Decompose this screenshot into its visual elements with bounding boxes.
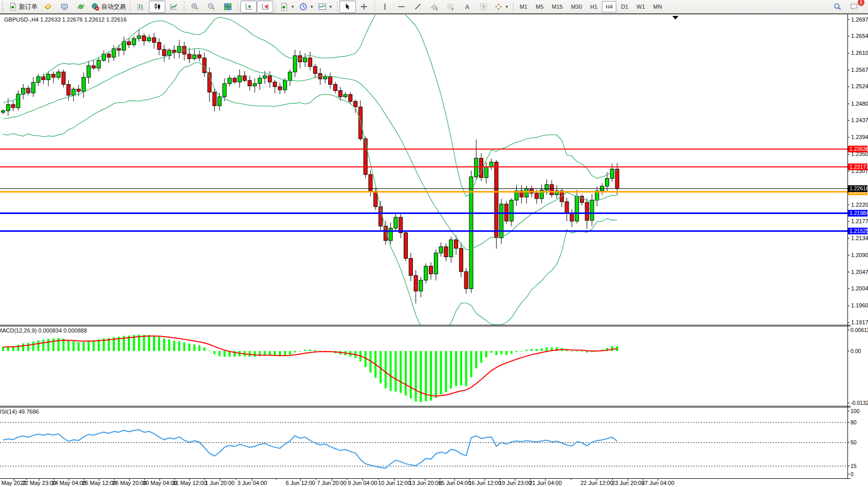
time-axis-label: 1 Jun 20:00: [205, 480, 235, 486]
timeframe-w1-button[interactable]: W1: [633, 1, 649, 12]
toolbar-separator: [130, 2, 130, 12]
macd-axis: 0.0061140.00-0.01324MACD(12,26,9) 0.0008…: [0, 327, 868, 406]
timeframe-m1-button[interactable]: M1: [516, 1, 531, 12]
cursor-tool-button[interactable]: [339, 1, 356, 13]
svg-text:1.20040: 1.20040: [851, 285, 868, 291]
zoom-in-button[interactable]: [186, 1, 203, 13]
bar-chart-icon: [137, 3, 145, 11]
svg-text:1.24800: 1.24800: [851, 101, 868, 107]
indicators-button[interactable]: ▼: [316, 1, 335, 13]
navigator-button[interactable]: [72, 1, 89, 13]
svg-text:1.21525: 1.21525: [850, 228, 868, 234]
text-icon: A: [463, 3, 471, 11]
fibonacci-icon: F: [446, 3, 455, 11]
new-chart-button[interactable]: ▼: [278, 1, 297, 13]
text-label-tool-button[interactable]: T: [476, 1, 492, 13]
toolbar-grip[interactable]: [2, 2, 5, 11]
crosshair-tool-button[interactable]: [356, 1, 372, 13]
market-watch-button[interactable]: [40, 1, 56, 13]
timeframe-d1-button[interactable]: D1: [617, 1, 632, 12]
line-chart-button[interactable]: [165, 1, 182, 13]
navigator-icon: [77, 3, 85, 11]
chat-button[interactable]: 1: [845, 1, 862, 13]
toolbar-separator: [337, 2, 337, 12]
equidistant-channel-icon: E: [430, 3, 439, 11]
price-chart-canvas[interactable]: 1.269701.265401.261001.256701.252401.248…: [0, 0, 868, 487]
timeframe-m15-button[interactable]: M15: [548, 1, 566, 12]
time-axis-label: 26 May 20:00: [112, 480, 147, 486]
cursor-icon: [343, 3, 352, 11]
time-axis-label: 24 May 04:00: [52, 480, 86, 486]
chevron-down-icon: ▼: [291, 5, 295, 9]
pane-frames: [0, 14, 851, 479]
toolbar-separator: [275, 2, 276, 12]
vertical-line-tool-button[interactable]: [377, 1, 393, 13]
time-axis-label: 16 Jun 12:00: [468, 480, 501, 486]
candlestick-chart-button[interactable]: [149, 1, 165, 13]
symbol-period-label: GBPUSD-,H4 1.22633 1.22676 1.22612 1.226…: [4, 16, 127, 23]
time-axis-label: 22 May 23:00: [22, 480, 56, 486]
fibonacci-tool-button[interactable]: F: [443, 1, 459, 13]
time-axis-label: 3 Jun 04:00: [237, 480, 267, 486]
main-toolbar: 新订单 自动交易 ▼ ▼: [0, 0, 868, 14]
timeframe-label: H1: [590, 4, 597, 10]
clock-icon: [299, 3, 308, 11]
zoom-in-icon: [191, 3, 199, 11]
time-axis-label: 15 Jun 04:00: [438, 480, 471, 486]
period-clock-button[interactable]: ▼: [297, 1, 316, 13]
timeframe-h1-button[interactable]: H1: [587, 1, 601, 12]
timeframe-label: M30: [571, 4, 582, 10]
time-axis-label: 22 Jun 12:00: [580, 480, 613, 486]
price-axis: 1.269701.265401.261001.256701.252401.248…: [847, 16, 868, 325]
timeframe-mn-button[interactable]: MN: [650, 1, 666, 12]
market-watch-icon: [44, 3, 52, 11]
time-axis-label: 21 Jun 04:00: [529, 480, 562, 486]
chart-shift-button[interactable]: [257, 1, 273, 13]
chevron-down-icon: ▼: [329, 5, 333, 9]
time-axis-label: 10 Jun 12:00: [378, 480, 411, 486]
auto-trading-button[interactable]: 自动交易: [89, 1, 128, 13]
svg-text:1.24370: 1.24370: [851, 117, 868, 123]
svg-text:15: 15: [851, 463, 857, 469]
macd-histogram: [2, 335, 618, 402]
svg-text:0.006114: 0.006114: [851, 327, 868, 333]
bar-chart-button[interactable]: [133, 1, 149, 13]
arrows-tool-button[interactable]: ▼: [492, 1, 511, 13]
new-order-button[interactable]: 新订单: [7, 1, 40, 13]
zoom-out-button[interactable]: [203, 1, 219, 13]
svg-text:T: T: [482, 5, 485, 10]
line-chart-icon: [169, 3, 178, 11]
equidistant-channel-tool-button[interactable]: E: [426, 1, 443, 13]
auto-scroll-button[interactable]: [240, 1, 257, 13]
svg-text:0: 0: [851, 471, 854, 477]
horizontal-line-tool-button[interactable]: [393, 1, 410, 13]
svg-text:1.21984: 1.21984: [850, 210, 868, 216]
search-icon: [833, 3, 842, 11]
new-order-icon: [9, 3, 17, 11]
toolbar-separator: [238, 2, 238, 12]
macd-signal-line: [3, 336, 617, 396]
svg-text:1.26540: 1.26540: [851, 33, 868, 39]
timeframe-m30-button[interactable]: M30: [568, 1, 586, 12]
text-tool-button[interactable]: A: [459, 1, 476, 13]
tile-windows-icon: [223, 3, 232, 11]
auto-scroll-icon: [244, 3, 253, 11]
timeframe-m5-button[interactable]: M5: [532, 1, 547, 12]
chart-shift-icon: [261, 3, 270, 11]
svg-text:1.20470: 1.20470: [851, 269, 868, 275]
search-button[interactable]: [829, 1, 845, 13]
trendline-tool-button[interactable]: [410, 1, 426, 13]
svg-text:100: 100: [851, 408, 860, 414]
tile-windows-button[interactable]: [219, 1, 236, 13]
indicators-icon: [318, 3, 327, 11]
horizontal-level-lines: [0, 16, 847, 231]
time-axis: May 202222 May 23:0024 May 04:0025 May 1…: [2, 478, 674, 486]
timeframe-label: H4: [606, 4, 613, 10]
data-window-button[interactable]: [56, 1, 72, 13]
vertical-line-icon: [381, 3, 389, 11]
timeframe-h4-button[interactable]: H4: [602, 1, 616, 12]
horizontal-line-icon: [397, 3, 406, 11]
svg-text:1.25240: 1.25240: [851, 83, 868, 89]
svg-text:1.19600: 1.19600: [851, 302, 868, 308]
time-axis-label: 19 Jun 23:00: [499, 480, 532, 486]
